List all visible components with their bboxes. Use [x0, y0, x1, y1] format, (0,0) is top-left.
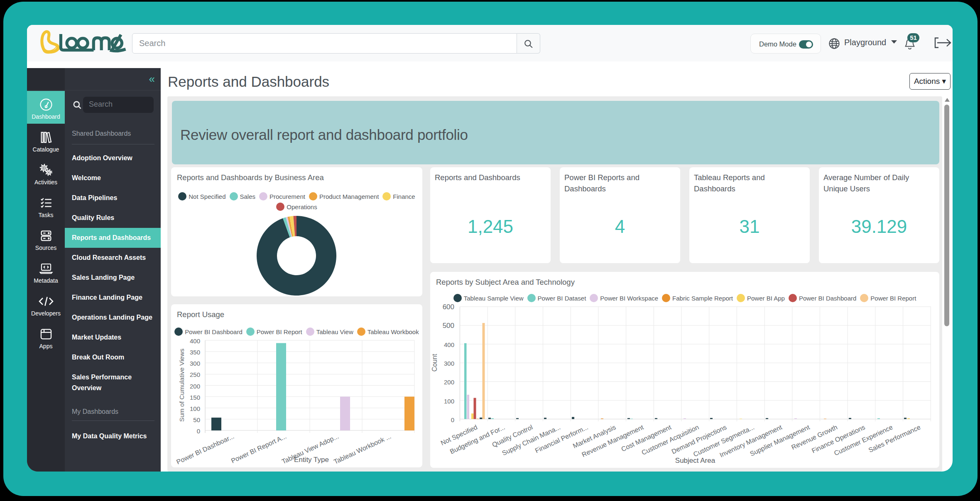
svg-text:300: 300 [190, 360, 200, 367]
svg-text:600: 600 [443, 303, 454, 311]
svg-text:100: 100 [444, 398, 454, 405]
svg-text:400: 400 [190, 337, 200, 345]
svg-text:Sum of Cumulative Views: Sum of Cumulative Views [178, 349, 185, 422]
svg-text:500: 500 [443, 322, 454, 330]
svg-text:0: 0 [197, 428, 200, 435]
svg-text:200: 200 [444, 379, 454, 386]
svg-text:350: 350 [190, 349, 200, 356]
svg-text:Subject Area: Subject Area [675, 457, 715, 464]
svg-text:0: 0 [451, 416, 454, 423]
svg-text:300: 300 [444, 360, 454, 367]
svg-text:250: 250 [190, 371, 200, 378]
svg-text:Sales Performance: Sales Performance [867, 423, 922, 454]
svg-text:150: 150 [190, 394, 200, 401]
svg-text:Count: Count [431, 354, 438, 371]
svg-text:Power BI Report A...: Power BI Report A... [230, 433, 288, 464]
svg-text:Tableau Workbook ...: Tableau Workbook ... [333, 433, 392, 465]
svg-text:200: 200 [190, 383, 200, 390]
svg-text:Power BI Dashboar...: Power BI Dashboar... [175, 433, 235, 465]
svg-text:50: 50 [193, 416, 200, 423]
svg-text:Entity Type: Entity Type [294, 456, 329, 464]
svg-text:100: 100 [190, 405, 200, 412]
svg-text:400: 400 [444, 341, 454, 348]
